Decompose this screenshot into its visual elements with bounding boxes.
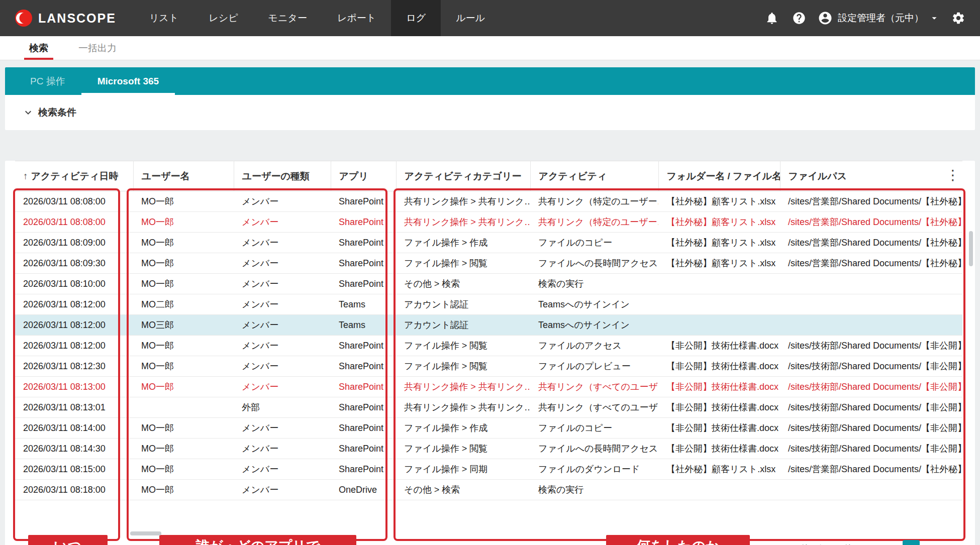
cell-file-name [658,315,780,336]
cell-datetime: 2026/03/11 08:09:30 [15,253,133,274]
column-header-file-path[interactable]: ファイルパス [780,161,962,191]
cell-file-path: /sites/技術部/Shared Documents/【非公開】… [780,356,962,377]
cell-file-path [780,315,962,336]
column-header-user-name[interactable]: ユーザー名 [133,161,234,191]
cell-app: SharePoint [331,191,396,212]
cell-user-type: メンバー [234,356,331,377]
column-header-activity-category[interactable]: アクティビティカテゴリー [396,161,530,191]
next-page-button[interactable] [924,541,939,545]
settings-gear-icon[interactable] [950,10,967,27]
nav-item-rule[interactable]: ルール [441,0,500,36]
cell-user-type: メンバー [234,377,331,397]
cell-app: SharePoint [331,418,396,439]
column-label-activity-datetime: アクティビティ日時 [31,171,119,181]
subtab-pc-operation[interactable]: PC 操作 [14,67,81,95]
table-row[interactable]: 2026/03/11 08:12:00MO一郎メンバーSharePointファイ… [15,336,962,356]
notifications-bell-icon[interactable] [763,10,780,27]
cell-file-name: 【非公開】技術仕様書.docx [658,356,780,377]
cell-user-name: MO一郎 [133,274,234,294]
cell-app: SharePoint [331,212,396,233]
nav-item-log[interactable]: ログ [391,0,441,36]
cell-activity: ファイルのアクセス [530,336,658,356]
column-header-app[interactable]: アプリ [331,161,396,191]
table-row[interactable]: 2026/03/11 08:08:00MO一郎メンバーSharePoint共有リ… [15,191,962,212]
cell-user-name [133,397,234,418]
cell-app: SharePoint [331,397,396,418]
pagination: 1 - 148 件 / 全 148 件 1 [771,538,958,545]
cell-app: SharePoint [331,336,396,356]
cell-app: Teams [331,315,396,336]
cell-user-name: MO一郎 [133,356,234,377]
cell-app: SharePoint [331,377,396,397]
table-row[interactable]: 2026/03/11 08:12:00MO二郎メンバーTeamsアカウント認証T… [15,294,962,315]
annotation-label-when: いつ [28,535,108,545]
table-header-row: ↑アクティビティ日時 ユーザー名 ユーザーの種類 アプリ アクティビティカテゴリ… [15,161,962,191]
table-row[interactable]: 2026/03/11 08:14:00MO一郎メンバーSharePointファイ… [15,418,962,439]
cell-user-type: メンバー [234,439,331,459]
cell-app: SharePoint [331,439,396,459]
user-menu[interactable]: 設定管理者（元中） [818,11,940,26]
chevron-down-icon [22,106,34,119]
subtab-microsoft-365[interactable]: Microsoft 365 [81,67,175,95]
cell-datetime: 2026/03/11 08:12:00 [15,294,133,315]
nav-item-report[interactable]: レポート [322,0,391,36]
table-row[interactable]: 2026/03/11 08:12:00MO三郎メンバーTeamsアカウント認証T… [15,315,962,336]
cell-activity: 共有リンク（特定のユーザー… [530,191,658,212]
tab-bulk-export[interactable]: 一括出力 [73,36,122,60]
cell-file-path: /sites/営業部/Shared Documents/【社外秘】… [780,253,962,274]
table-row[interactable]: 2026/03/11 08:10:00MO一郎メンバーSharePointその他… [15,274,962,294]
more-options-button[interactable]: ⋮ [943,165,963,185]
cell-user-name: MO一郎 [133,439,234,459]
search-conditions-toggle[interactable]: 検索条件 [5,95,975,130]
chevron-down-icon [929,13,940,24]
cell-category: ファイル操作 > 閲覧 [396,356,530,377]
cell-activity: Teamsへのサインイン [530,294,658,315]
brand-name: LANSCOPE [38,11,116,26]
previous-page-button[interactable] [884,541,899,545]
cell-user-name: MO一郎 [133,459,234,480]
table-row[interactable]: 2026/03/11 08:12:30MO一郎メンバーSharePointファイ… [15,356,962,377]
table-row[interactable]: 2026/03/11 08:15:00MO一郎メンバーSharePointファイ… [15,459,962,480]
horizontal-scrollbar[interactable] [130,531,161,535]
cell-user-name: MO一郎 [133,212,234,233]
cell-file-name [658,274,780,294]
cell-datetime: 2026/03/11 08:18:00 [15,480,133,500]
table-row[interactable]: 2026/03/11 08:18:00MO一郎メンバーOneDriveその他 >… [15,480,962,500]
cell-user-name: MO一郎 [133,377,234,397]
cell-datetime: 2026/03/11 08:13:00 [15,377,133,397]
last-page-button[interactable] [943,541,958,545]
cell-datetime: 2026/03/11 08:12:00 [15,315,133,336]
nav-item-monitor[interactable]: モニター [253,0,322,36]
cell-file-name: 【社外秘】顧客リスト.xlsx [658,459,780,480]
cell-user-type: メンバー [234,191,331,212]
help-icon[interactable] [791,10,808,27]
cell-activity: 検索の実行 [530,274,658,294]
brand-logo[interactable]: LANSCOPE [0,10,134,27]
column-header-folder-file-name[interactable]: フォルダー名 / ファイル名 [658,161,780,191]
cell-user-name: MO一郎 [133,336,234,356]
vertical-scrollbar[interactable] [969,231,973,266]
first-page-button[interactable] [864,541,879,545]
table-row[interactable]: 2026/03/11 08:09:00MO一郎メンバーSharePointファイ… [15,233,962,253]
cell-category: ファイル操作 > 閲覧 [396,439,530,459]
table-row[interactable]: 2026/03/11 08:13:00MO一郎メンバーSharePoint共有リ… [15,377,962,397]
cell-file-name [658,294,780,315]
user-name: 設定管理者（元中） [838,12,924,25]
table-row[interactable]: 2026/03/11 08:14:30MO一郎メンバーSharePointファイ… [15,439,962,459]
nav-item-list[interactable]: リスト [134,0,193,36]
column-header-user-type[interactable]: ユーザーの種類 [234,161,331,191]
column-header-activity-datetime[interactable]: ↑アクティビティ日時 [15,161,133,191]
table-row[interactable]: 2026/03/11 08:08:00MO一郎メンバーSharePoint共有リ… [15,212,962,233]
search-panel: PC 操作 Microsoft 365 検索条件 [5,67,975,130]
cell-file-name: 【社外秘】顧客リスト.xlsx [658,233,780,253]
annotation-label-what: 何をしたのか [606,535,750,545]
cell-category: 共有リンク操作 > 共有リンク… [396,191,530,212]
nav-item-recipe[interactable]: レシピ [193,0,253,36]
table-row[interactable]: 2026/03/11 08:13:01外部SharePoint共有リンク操作 >… [15,397,962,418]
tab-search[interactable]: 検索 [24,36,53,60]
cell-user-name: MO三郎 [133,315,234,336]
cell-app: OneDrive [331,480,396,500]
table-row[interactable]: 2026/03/11 08:09:30MO一郎メンバーSharePointファイ… [15,253,962,274]
current-page-indicator[interactable]: 1 [903,540,920,545]
column-header-activity[interactable]: アクティビティ [530,161,658,191]
